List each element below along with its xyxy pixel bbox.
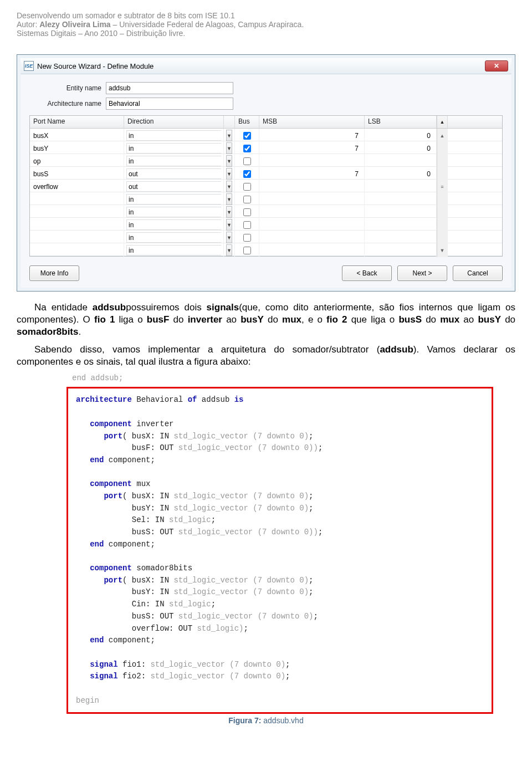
bus-checkbox[interactable] <box>243 183 251 191</box>
text: ao <box>222 314 241 325</box>
bold: inverter <box>188 314 222 325</box>
port-name-input[interactable] <box>32 221 121 229</box>
bus-checkbox[interactable] <box>243 221 251 229</box>
next-button[interactable]: Next > <box>397 265 447 281</box>
chevron-down-icon[interactable]: ▼ <box>226 193 232 205</box>
id: ( busX: IN <box>122 576 173 585</box>
bus-checkbox[interactable] <box>243 132 251 140</box>
msb-input[interactable] <box>262 170 362 178</box>
scrollbar-track[interactable] <box>437 231 448 244</box>
cancel-button[interactable]: Cancel <box>453 265 503 281</box>
port-name-input[interactable] <box>32 208 121 217</box>
chevron-down-icon[interactable]: ▼ <box>226 181 232 192</box>
more-info-button[interactable]: More Info <box>29 265 79 281</box>
msb-input[interactable] <box>262 182 362 191</box>
direction-select[interactable] <box>126 194 221 205</box>
text: Sabendo disso, vamos implementar a arqui… <box>34 344 380 355</box>
direction-select[interactable] <box>126 219 221 230</box>
back-button[interactable]: < Back <box>342 265 392 281</box>
direction-select[interactable] <box>126 245 221 255</box>
id: ; <box>285 672 290 681</box>
lsb-input[interactable] <box>367 195 434 204</box>
scrollbar-track[interactable] <box>437 205 448 219</box>
lsb-input[interactable] <box>367 157 434 166</box>
port-name-input[interactable] <box>32 246 121 255</box>
lsb-input[interactable] <box>367 221 434 229</box>
msb-input[interactable] <box>262 195 362 204</box>
kw: of <box>188 395 197 404</box>
chevron-down-icon[interactable]: ▼ <box>226 142 232 154</box>
msb-input[interactable] <box>262 233 362 242</box>
direction-select[interactable] <box>126 168 221 179</box>
msb-input[interactable] <box>262 157 362 166</box>
bus-checkbox[interactable] <box>243 234 251 242</box>
architecture-name-input[interactable] <box>106 98 233 110</box>
direction-select[interactable] <box>126 130 221 141</box>
msb-input[interactable] <box>262 144 362 153</box>
wizard-window: ISE New Source Wizard - Define Module ✕ … <box>17 54 515 292</box>
id: component; <box>104 540 155 549</box>
direction-select[interactable] <box>126 232 221 243</box>
kw: signal <box>90 672 117 681</box>
close-button[interactable]: ✕ <box>485 60 508 71</box>
direction-select[interactable] <box>126 143 221 154</box>
id: overflow: OUT <box>122 624 197 633</box>
port-name-input[interactable] <box>32 144 121 153</box>
bus-checkbox[interactable] <box>243 170 251 178</box>
chevron-down-icon[interactable]: ▼ <box>226 219 232 231</box>
type: std_logic_vector (7 downto 0) <box>150 660 285 669</box>
direction-select[interactable] <box>126 156 221 166</box>
bus-checkbox[interactable] <box>243 208 251 216</box>
scrollbar-track[interactable]: ≡ <box>437 180 448 193</box>
scrollbar-track[interactable] <box>437 192 448 206</box>
lsb-input[interactable] <box>367 144 434 153</box>
id: ( busX: IN <box>122 492 173 500</box>
type: std_logic <box>169 515 211 524</box>
scrollbar-track[interactable]: ▼ <box>437 243 448 257</box>
direction-select[interactable] <box>126 181 221 192</box>
msb-input[interactable] <box>262 221 362 229</box>
text: possuiremos dois <box>126 302 206 313</box>
lsb-input[interactable] <box>367 170 434 178</box>
id: busY: IN <box>122 587 173 596</box>
chevron-down-icon[interactable]: ▼ <box>226 206 232 218</box>
port-name-input[interactable] <box>32 131 121 140</box>
scroll-up-icon[interactable]: ▲ <box>437 116 448 128</box>
scrollbar-track[interactable] <box>437 154 448 168</box>
scrollbar-track[interactable] <box>437 167 448 181</box>
lsb-input[interactable] <box>367 131 434 140</box>
scrollbar-track[interactable] <box>437 141 448 155</box>
msb-input[interactable] <box>262 246 362 255</box>
chevron-down-icon[interactable]: ▼ <box>226 168 232 180</box>
port-name-input[interactable] <box>32 195 121 204</box>
scrollbar-track[interactable]: ▲ <box>437 129 448 142</box>
id: busF: OUT <box>122 443 178 452</box>
lsb-input[interactable] <box>367 246 434 255</box>
port-name-input[interactable] <box>32 157 121 166</box>
bus-checkbox[interactable] <box>243 247 251 254</box>
msb-input[interactable] <box>262 208 362 217</box>
port-name-input[interactable] <box>32 233 121 242</box>
col-msb: MSB <box>259 116 365 128</box>
entity-name-input[interactable] <box>106 82 233 94</box>
table-row: ▼ <box>30 141 502 154</box>
chevron-down-icon[interactable]: ▼ <box>226 130 232 141</box>
table-row: ▼ <box>30 154 502 167</box>
id: busS: OUT <box>122 528 178 536</box>
lsb-input[interactable] <box>367 182 434 191</box>
bus-checkbox[interactable] <box>243 196 251 203</box>
msb-input[interactable] <box>262 131 362 140</box>
author-affiliation: – Universidade Federal de Alagoas, Campu… <box>111 20 304 29</box>
lsb-input[interactable] <box>367 208 434 217</box>
bus-checkbox[interactable] <box>243 145 251 152</box>
bus-checkbox[interactable] <box>243 157 251 165</box>
chevron-down-icon[interactable]: ▼ <box>226 155 232 167</box>
lsb-input[interactable] <box>367 233 434 242</box>
direction-select[interactable] <box>126 207 221 217</box>
scrollbar-track[interactable] <box>437 218 448 232</box>
port-name-input[interactable] <box>32 170 121 178</box>
port-name-input[interactable] <box>32 182 121 191</box>
type: std_logic_vector (7 downto 0) <box>173 504 309 513</box>
chevron-down-icon[interactable]: ▼ <box>226 232 232 243</box>
chevron-down-icon[interactable]: ▼ <box>226 244 232 256</box>
